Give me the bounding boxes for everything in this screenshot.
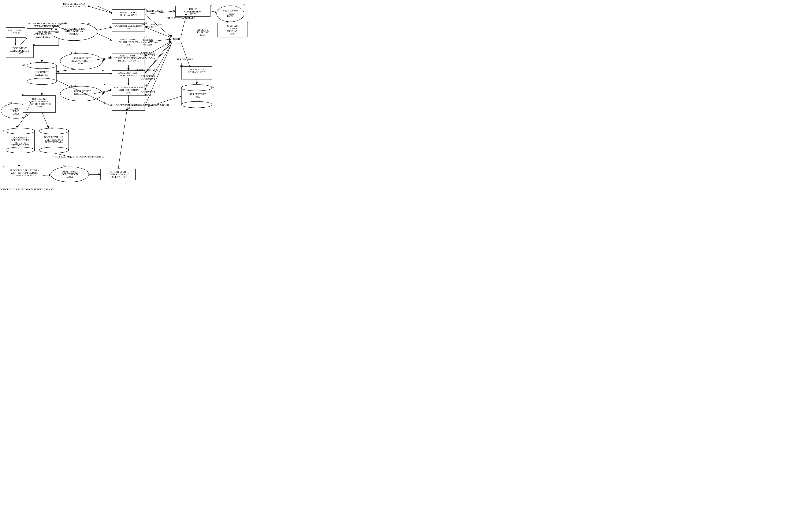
svg-marker-209 <box>47 126 49 128</box>
svg-text:51: 51 <box>3 129 5 132</box>
svg-text:UNIT: UNIT <box>190 13 196 16</box>
svg-point-96 <box>39 147 69 153</box>
svg-text:37: 37 <box>87 23 90 26</box>
svg-line-182 <box>57 69 80 72</box>
svg-text:OTHER USER COMPARISON GRAPH: OTHER USER COMPARISON GRAPH <box>127 103 169 106</box>
svg-text:40: 40 <box>71 52 73 55</box>
svg-marker-181 <box>103 58 104 61</box>
svg-text:POSITION DETECTION: POSITION DETECTION <box>115 24 142 27</box>
svg-marker-169 <box>110 39 112 41</box>
svg-text:43: 43 <box>71 84 73 87</box>
svg-line-166 <box>97 27 112 30</box>
svg-text:DISPLAY UNIT: DISPLAY UNIT <box>110 176 127 178</box>
svg-text:43: 43 <box>73 85 76 88</box>
svg-text:MOUSE: MOUSE <box>147 26 156 29</box>
svg-text:COMPARISON UNIT: COMPARISON UNIT <box>13 174 36 177</box>
svg-text:HISTORY DATA: HISTORY DATA <box>45 141 63 144</box>
svg-point-122 <box>181 101 212 108</box>
svg-text:USER FEATURE: USER FEATURE <box>188 93 206 96</box>
svg-marker-215 <box>49 174 51 176</box>
svg-marker-171 <box>170 35 172 37</box>
svg-marker-232 <box>110 56 112 58</box>
svg-text:UNIT: UNIT <box>126 27 132 30</box>
svg-text:ISTIC WORD: ISTIC WORD <box>140 56 155 59</box>
svg-text:WORD: WORD <box>78 62 85 65</box>
svg-marker-217 <box>99 173 101 176</box>
svg-marker-177 <box>169 38 171 41</box>
svg-text:WORDS: WORDS <box>143 44 152 47</box>
svg-text:38: 38 <box>144 35 147 38</box>
svg-marker-183 <box>57 70 59 73</box>
svg-text:TIME SERIES DATA: TIME SERIES DATA <box>63 2 85 5</box>
svg-text:DISPLAY UNIT: DISPLAY UNIT <box>120 14 137 17</box>
svg-text:DATABASE: DATABASE <box>35 73 48 76</box>
svg-text:USER: USER <box>173 37 180 41</box>
svg-text:41: 41 <box>102 69 105 72</box>
svg-text:DOCUMENT: DOCUMENT <box>141 77 155 80</box>
svg-line-239 <box>181 41 190 68</box>
svg-text:45: 45 <box>22 63 25 67</box>
svg-text:UNIT: UNIT <box>126 43 132 46</box>
svg-text:50: 50 <box>9 102 12 105</box>
svg-text:HISTORY DATA: HISTORY DATA <box>11 144 29 147</box>
num-56: 56 <box>209 4 212 7</box>
svg-marker-203 <box>41 94 43 96</box>
svg-text:STORAGE UNIT: STORAGE UNIT <box>188 71 206 74</box>
svg-text:54: 54 <box>63 165 66 168</box>
svg-text:42: 42 <box>144 83 147 86</box>
svg-text:TREND GRAPH: TREND GRAPH <box>146 9 163 12</box>
svg-text:DOCUMENT: DOCUMENT <box>74 93 89 95</box>
svg-point-52 <box>27 78 57 84</box>
svg-text:EXTRACTION UNIT 33: EXTRACTION UNIT 33 <box>33 25 59 28</box>
svg-marker-200 <box>15 43 17 45</box>
svg-text:40: 40 <box>73 52 76 55</box>
svg-text:46: 46 <box>32 43 35 46</box>
svg-line-172 <box>145 27 171 37</box>
svg-text:→ TO FIELD FEATURE COMPUTATIN : → TO FIELD FEATURE COMPUTATIN UNIT 23 <box>52 155 104 158</box>
svg-point-51 <box>27 62 57 69</box>
svg-text:57: 57 <box>243 4 245 6</box>
svg-text:UNIT: UNIT <box>17 52 23 55</box>
svg-marker-230 <box>127 101 130 103</box>
svg-marker-161 <box>173 10 176 12</box>
svg-line-208 <box>42 113 49 128</box>
svg-text:DATA 10: DATA 10 <box>10 31 20 34</box>
svg-marker-211 <box>18 165 20 167</box>
svg-point-121 <box>181 84 212 91</box>
svg-text:EACH FIELD: EACH FIELD <box>35 35 50 38</box>
svg-marker-196 <box>41 60 43 62</box>
svg-text:DATA: DATA <box>12 112 19 115</box>
svg-text:48: 48 <box>211 86 214 89</box>
svg-text:FROM CHARACTERISTIC WORD: FROM CHARACTERISTIC WORD <box>27 22 65 25</box>
svg-text:DISPLAY UNIT: DISPLAY UNIT <box>120 74 137 77</box>
svg-text:UNIT: UNIT <box>230 32 236 35</box>
svg-marker-167 <box>110 26 112 29</box>
svg-marker-236 <box>110 73 112 75</box>
svg-marker-165 <box>226 21 229 23</box>
svg-line-168 <box>97 33 112 40</box>
svg-text:DOCUMENT LIST: DOCUMENT LIST <box>119 71 139 74</box>
svg-text:USER FEATURE: USER FEATURE <box>175 58 193 61</box>
svg-text:58: 58 <box>247 21 249 24</box>
svg-text:DETECTION UNIT: DETECTION UNIT <box>118 59 139 62</box>
svg-text:DATA: DATA <box>227 15 234 18</box>
svg-line-156 <box>98 6 112 13</box>
svg-text:UNIT: UNIT <box>126 91 132 94</box>
svg-point-88 <box>6 147 35 153</box>
svg-text:REQUEST TO COMPARE: REQUEST TO COMPARE <box>167 17 195 20</box>
svg-text:49: 49 <box>22 94 24 97</box>
svg-point-95 <box>39 128 69 134</box>
svg-line-218 <box>118 111 127 169</box>
svg-marker-234 <box>110 89 112 91</box>
svg-text:42: 42 <box>102 83 105 86</box>
svg-marker-163 <box>214 11 217 13</box>
svg-marker-198 <box>25 37 27 39</box>
svg-marker-189 <box>103 92 104 94</box>
svg-marker-228 <box>127 83 130 85</box>
svg-text:55: 55 <box>117 166 120 169</box>
svg-text:DATA: DATA <box>67 175 73 178</box>
svg-marker-193 <box>145 87 147 90</box>
svg-text:DOCUMENT: DOCUMENT <box>35 71 49 74</box>
svg-point-87 <box>6 128 35 134</box>
svg-text:44: 44 <box>102 101 105 104</box>
